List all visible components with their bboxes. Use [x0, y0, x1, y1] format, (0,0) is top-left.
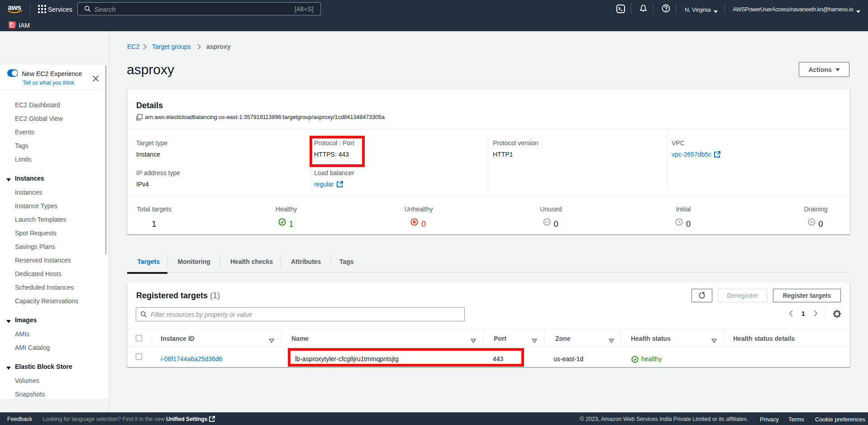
svg-text:aws: aws	[8, 4, 21, 11]
